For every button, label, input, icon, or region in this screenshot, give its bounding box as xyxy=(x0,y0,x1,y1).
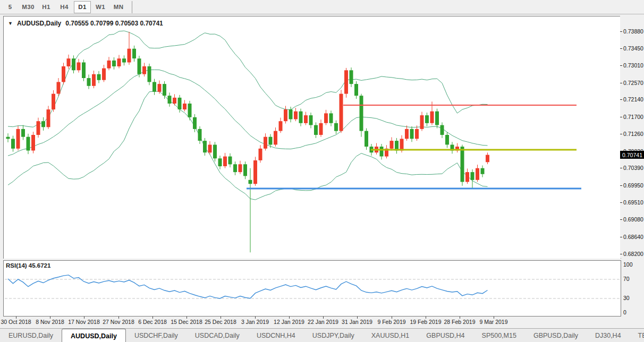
rsi-chart[interactable] xyxy=(4,261,621,316)
price-tick-mark xyxy=(620,48,622,49)
candle-body xyxy=(128,49,131,63)
chevron-down-icon[interactable]: ▼ xyxy=(8,21,13,26)
timeframe-button-5[interactable]: 5 xyxy=(2,1,19,13)
candle-body xyxy=(132,49,136,58)
tab-usdchf-daily[interactable]: USDCHF,Daily xyxy=(126,329,187,342)
candle-body xyxy=(360,96,363,131)
price-tick-label: 0.72140 xyxy=(623,96,643,102)
chart-tab-bar: EURUSD,DailyAUDUSD,DailyUSDCHF,DailyUSDC… xyxy=(0,328,644,342)
date-tick-label: 15 Dec 2018 xyxy=(171,319,202,325)
candle-body xyxy=(16,129,20,149)
chart-ohlc-values: 0.70555 0.70799 0.70503 0.70741 xyxy=(65,20,163,27)
date-tick-label: 27 Nov 2018 xyxy=(103,319,134,325)
candle-body xyxy=(380,147,384,156)
candle-body xyxy=(440,125,444,135)
candle-body xyxy=(405,129,409,139)
candle-body xyxy=(340,94,343,131)
candle-body xyxy=(178,98,182,109)
date-tick-label: 25 Dec 2018 xyxy=(205,319,236,325)
candle-body xyxy=(304,115,308,123)
tab-usdcnh-h4[interactable]: USDCNH,H4 xyxy=(248,329,304,342)
price-tick-label: 0.72570 xyxy=(623,80,643,86)
candle-body xyxy=(198,129,202,141)
tab-xauusd-h1[interactable]: XAUUSD,H1 xyxy=(363,329,418,342)
toolbar-separator xyxy=(132,1,132,13)
timeframe-button-m30[interactable]: M30 xyxy=(20,1,37,13)
candle-body xyxy=(309,115,313,125)
rsi-indicator-label: RSI(14) 45.6721 xyxy=(6,262,50,269)
timeframe-button-h1[interactable]: H1 xyxy=(38,1,55,13)
candle-body xyxy=(324,113,328,123)
candle-body xyxy=(21,129,25,137)
price-tick-label: 0.73010 xyxy=(623,62,643,69)
tab-dj30-h4[interactable]: DJ30,H4 xyxy=(587,329,630,342)
price-axis[interactable]: 0.70741 0.738800.734500.730100.725700.72… xyxy=(620,16,644,258)
date-tick-label: 6 Dec 2018 xyxy=(138,319,167,325)
price-tick-mark xyxy=(620,202,622,203)
timeframe-button-w1[interactable]: W1 xyxy=(92,1,109,13)
tab-eurusd-daily[interactable]: EURUSD,Daily xyxy=(0,329,62,342)
price-tick-label: 0.68200 xyxy=(623,251,643,257)
price-tick-mark xyxy=(620,117,622,117)
current-price-tag: 0.70741 xyxy=(620,151,644,159)
candle-body xyxy=(314,125,318,135)
tab-usdcad-daily[interactable]: USDCAD,Daily xyxy=(187,329,248,342)
candle-body xyxy=(168,96,172,104)
candle-body xyxy=(27,137,30,151)
price-tick-mark xyxy=(620,99,622,100)
candle-body xyxy=(329,113,333,123)
candle-body xyxy=(249,180,252,184)
tab-gbpusd-daily[interactable]: GBPUSD,Daily xyxy=(525,329,587,342)
price-tick-label: 0.69950 xyxy=(623,182,643,189)
candle-body xyxy=(289,109,293,119)
date-tick-label: 3 Jan 2019 xyxy=(241,319,269,325)
rsi-scale-label: 70 xyxy=(623,276,630,282)
candle-body xyxy=(365,131,368,147)
rsi-line xyxy=(8,275,488,298)
tab-audusd-daily[interactable]: AUDUSD,Daily xyxy=(62,329,126,342)
candle-body xyxy=(471,172,474,180)
timeframe-button-mn[interactable]: MN xyxy=(110,1,127,13)
candle-body xyxy=(420,115,424,129)
timeframe-button-d1[interactable]: D1 xyxy=(74,1,91,13)
bollinger-middle-band xyxy=(8,70,488,156)
candle-body xyxy=(47,109,50,127)
candle-body xyxy=(465,172,469,182)
candle-body xyxy=(425,115,429,123)
candle-body xyxy=(233,164,237,172)
candle-body xyxy=(319,123,323,135)
candle-body xyxy=(208,145,212,153)
price-tick-mark xyxy=(620,134,622,134)
price-chart-pane[interactable]: ▼ AUDUSD,Daily 0.70555 0.70799 0.70503 0… xyxy=(3,16,621,259)
price-tick-mark xyxy=(620,254,622,254)
candle-body xyxy=(6,137,10,139)
tab-sp500-m15[interactable]: SP500,M15 xyxy=(473,329,525,342)
candle-body xyxy=(481,168,485,174)
candle-body xyxy=(87,78,91,86)
candle-body xyxy=(476,168,479,180)
candle-body xyxy=(122,58,126,62)
date-tick-label: 19 Feb 2019 xyxy=(410,319,442,325)
price-tick-label: 0.71700 xyxy=(623,114,643,120)
date-axis[interactable]: 30 Oct 20188 Nov 201817 Nov 201827 Nov 2… xyxy=(3,317,620,327)
candle-body xyxy=(97,74,101,80)
candle-body xyxy=(77,63,81,71)
candle-body xyxy=(259,149,262,160)
candle-body xyxy=(11,139,15,148)
tab-tech100-h1[interactable]: TECH100,H1 xyxy=(630,329,644,342)
date-tick-label: 30 Oct 2018 xyxy=(1,319,31,325)
candle-body xyxy=(72,58,75,70)
candle-body xyxy=(334,123,338,131)
candle-body xyxy=(279,121,283,131)
candle-body xyxy=(52,94,55,110)
candle-body xyxy=(461,147,464,182)
candle-body xyxy=(158,84,162,92)
timeframe-button-h4[interactable]: H4 xyxy=(56,1,73,13)
candlestick-chart[interactable] xyxy=(4,16,621,259)
tab-usdjpy-daily[interactable]: USDJPY,Daily xyxy=(304,329,363,342)
rsi-axis: 10070300 xyxy=(620,260,644,315)
rsi-pane[interactable]: RSI(14) 45.6721 xyxy=(3,260,621,317)
rsi-scale-label: 30 xyxy=(623,295,630,301)
tab-gbpusd-h4[interactable]: GBPUSD,H4 xyxy=(418,329,473,342)
candle-body xyxy=(31,135,35,151)
